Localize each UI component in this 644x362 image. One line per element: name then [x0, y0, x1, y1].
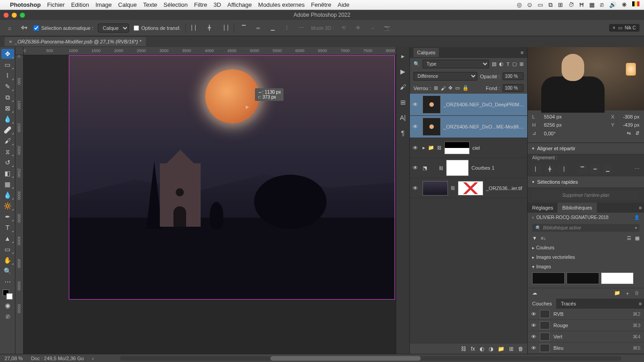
align-bottom-icon[interactable]: ▁ — [268, 23, 278, 33]
auto-select-target[interactable]: Calque — [98, 24, 129, 33]
width-value[interactable]: 5504 px — [544, 114, 562, 119]
panel-menu-icon[interactable]: ≡ — [637, 299, 644, 309]
layer-mask-thumb[interactable] — [444, 142, 470, 154]
link-layers-icon[interactable]: ⛓ — [461, 346, 466, 352]
library-search[interactable]: 🔍 Bibliothèque active▾ — [532, 224, 639, 232]
layer-thumb[interactable] — [423, 95, 441, 114]
channel-row[interactable]: 👁Rouge⌘3 — [528, 320, 644, 331]
more-options-icon[interactable]: ⋯ — [297, 23, 307, 33]
lib-add-icon[interactable]: ＋ — [625, 290, 630, 297]
align-vcenter-button[interactable]: ═ — [590, 164, 600, 174]
search-icon[interactable]: 🔍 — [413, 61, 420, 67]
window-minimize-button[interactable] — [12, 13, 17, 18]
align-vcenter-icon[interactable]: ═ — [253, 23, 263, 33]
brush-panel-icon[interactable]: 🖌 — [399, 82, 408, 91]
menu-3d[interactable]: 3D — [213, 1, 221, 8]
layer-mask-thumb[interactable] — [446, 160, 469, 176]
status-icon[interactable]: ⊞ — [558, 1, 563, 9]
moon-layer[interactable] — [205, 69, 260, 124]
align-right-button[interactable]: ▕ — [557, 164, 567, 174]
pen-tool[interactable]: ✒ — [1, 212, 14, 222]
layer-row[interactable]: 👁 ⬔ ⛓ Courbes 1 — [410, 158, 527, 178]
character-panel-icon[interactable]: A| — [399, 113, 408, 122]
volume-icon[interactable]: 🔊 — [609, 1, 616, 9]
visibility-icon[interactable]: 👁 — [413, 145, 420, 151]
document-image[interactable]: ↔: 1130 px↕: 373 px ▹ — [69, 55, 395, 300]
type-tool[interactable]: T — [1, 223, 14, 233]
filter-smart-icon[interactable]: ⊞ — [519, 61, 524, 67]
visibility-icon[interactable]: 👁 — [531, 345, 536, 351]
screen-mode-toggle[interactable]: ⎚ — [1, 311, 14, 321]
quick-section-header[interactable]: ▾Sélections rapides — [528, 176, 644, 188]
lock-all-icon[interactable]: 🔒 — [462, 85, 469, 91]
status-icon[interactable]: ⧉ — [548, 1, 553, 9]
quick-mask-toggle[interactable]: ◉ — [1, 300, 14, 310]
adjustments-tab[interactable]: Réglages — [528, 203, 557, 213]
clone-tool[interactable]: ⧖ — [1, 147, 14, 157]
status-icon[interactable]: ▦ — [589, 1, 595, 9]
y-value[interactable]: -439 px — [623, 122, 639, 128]
zoom-level[interactable]: 27,08 % — [5, 356, 23, 361]
panel-menu-icon[interactable]: ≡ — [521, 50, 524, 55]
align-hcenter-icon[interactable]: ╋ — [205, 23, 215, 33]
layer-row[interactable]: 👁 _ORZ6406-NEF_DxO_DeepPRIME.dng — [410, 94, 527, 116]
layer-filter-kind[interactable]: Type — [423, 60, 489, 68]
eraser-tool[interactable]: ◧ — [1, 168, 14, 178]
paragraph-panel-icon[interactable]: ¶ — [399, 129, 408, 138]
quick-select-tool[interactable]: ✎ — [1, 81, 14, 91]
sort-icon[interactable]: ≡↓ — [541, 235, 546, 241]
lasso-tool[interactable]: ⌇ — [1, 71, 14, 81]
marquee-tool[interactable]: ▭ — [1, 60, 14, 70]
more-icon[interactable]: ⋯ — [634, 166, 639, 172]
distribute-icon[interactable]: ⋮ — [282, 23, 292, 33]
lock-nest-icon[interactable]: ▭ — [455, 85, 460, 91]
fx-icon[interactable]: fx — [471, 346, 475, 352]
filter-pixel-icon[interactable]: ▧ — [492, 61, 496, 67]
vertical-ruler[interactable]: 0500100015002000250030003500400045005000… — [15, 55, 24, 354]
opacity-input[interactable] — [503, 72, 524, 80]
filter-adjust-icon[interactable]: ◐ — [499, 61, 504, 67]
transform-options-checkbox[interactable]: Options de transf. — [134, 25, 181, 31]
fg-bg-swatch[interactable] — [3, 290, 13, 300]
visibility-icon[interactable]: 👁 — [413, 185, 420, 191]
library-name[interactable]: OLIVIER-ROCQ-SIGNATURE-2018 — [536, 215, 608, 220]
status-icon[interactable]: ⊙ — [527, 1, 532, 9]
menu-text[interactable]: Texte — [143, 1, 157, 8]
flag-icon[interactable] — [632, 1, 639, 6]
document-tab[interactable]: × _ORZ6366-Panorama-Modifier.psb @ 27,1%… — [5, 37, 146, 46]
menu-help[interactable]: Aide — [337, 1, 349, 8]
lock-trans-icon[interactable]: ⊞ — [434, 85, 438, 91]
zoom-tool[interactable]: 🔍 — [1, 266, 14, 276]
remove-bg-button[interactable]: Supprimer l'arrière-plan — [532, 191, 639, 200]
libraries-tab[interactable]: Bibliothèques — [557, 203, 596, 213]
menu-selection[interactable]: Sélection — [163, 1, 187, 8]
delete-layer-icon[interactable]: 🗑 — [518, 346, 524, 352]
doc-info-menu-icon[interactable]: › — [92, 356, 94, 361]
library-asset[interactable] — [567, 272, 599, 284]
height-value[interactable]: 8256 px — [544, 122, 562, 128]
visibility-icon[interactable]: 👁 — [413, 101, 420, 108]
blend-mode-select[interactable]: Différence — [413, 72, 477, 81]
list-view-icon[interactable]: ☰ — [627, 235, 631, 241]
visibility-icon[interactable]: 👁 — [413, 124, 420, 130]
visibility-icon[interactable]: 👁 — [531, 311, 536, 317]
auto-select-checkbox[interactable]: Sélection automatique : — [34, 25, 93, 31]
hand-tool[interactable]: ✋ — [1, 255, 14, 265]
close-tab-icon[interactable]: × — [9, 39, 12, 44]
flip-v-icon[interactable]: ⇵ — [635, 130, 639, 136]
align-top-button[interactable]: ▔ — [577, 164, 587, 174]
library-asset[interactable] — [532, 272, 565, 284]
blur-tool[interactable]: 💧 — [1, 190, 14, 200]
link-icon[interactable]: ⛓ — [451, 186, 455, 191]
menu-image[interactable]: Image — [96, 1, 112, 8]
layer-thumb[interactable] — [423, 118, 441, 136]
align-section-header[interactable]: ▾Aligner et répartir — [528, 143, 644, 154]
dodge-tool[interactable]: 🔆 — [1, 201, 14, 211]
layers-tab[interactable]: Calques — [413, 48, 439, 57]
move-tool-icon[interactable]: ✥▾ — [19, 23, 29, 33]
actions-panel-icon[interactable]: ▶ — [399, 67, 408, 76]
back-icon[interactable]: ‹ — [532, 215, 533, 220]
move-tool[interactable]: ✥ — [1, 49, 14, 59]
menu-file[interactable]: Fichier — [47, 1, 65, 8]
fill-input[interactable] — [503, 84, 524, 92]
